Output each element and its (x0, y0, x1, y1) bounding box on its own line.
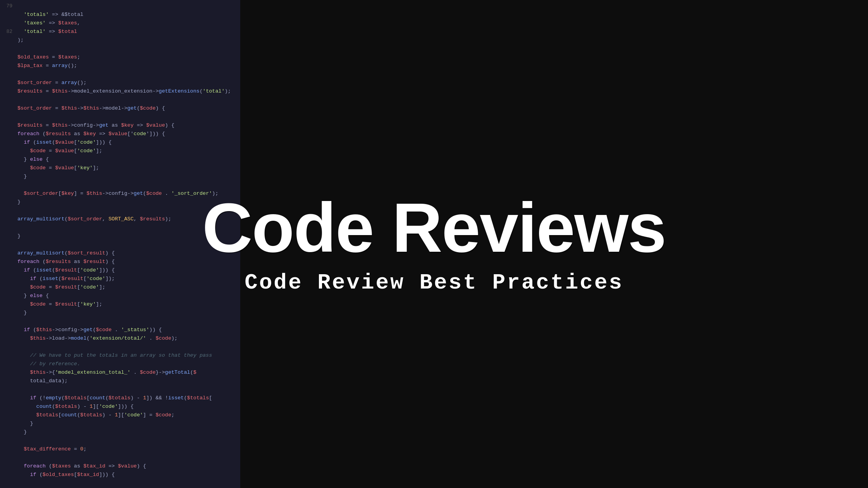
main-container: 79 82 (0, 0, 868, 488)
subtitle: Code Review Best Practices (245, 270, 623, 295)
main-title: Code Reviews (202, 193, 666, 263)
left-code-content: 'totals' => &$total 'taxes' => $taxes, '… (17, 0, 240, 488)
left-code-panel: 79 82 (0, 0, 240, 488)
left-line-numbers: 79 82 (0, 0, 16, 488)
